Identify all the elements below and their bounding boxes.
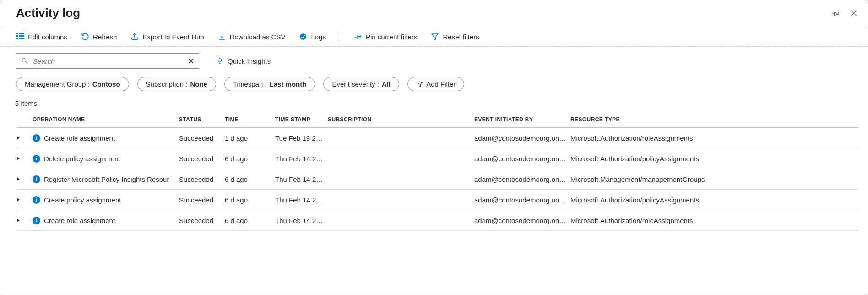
filter-value: Last month xyxy=(270,80,307,88)
info-icon: i xyxy=(33,196,40,204)
cell-operation: iCreate role assignment xyxy=(33,134,179,142)
clear-search-icon[interactable] xyxy=(188,58,194,64)
logs-icon xyxy=(299,33,307,41)
info-icon: i xyxy=(33,175,40,183)
cell-resource-type: Microsoft.Authorization/roleAssignments xyxy=(570,134,763,142)
svg-rect-6 xyxy=(19,35,24,37)
cell-timestamp: Thu Feb 14 2… xyxy=(275,155,328,163)
filter-value: All xyxy=(382,80,391,88)
cell-initiated-by: adam@contosodemoorg.on… xyxy=(474,134,570,142)
svg-rect-3 xyxy=(16,35,18,37)
page-title: Activity log xyxy=(16,6,80,20)
close-icon[interactable] xyxy=(849,9,858,18)
refresh-button[interactable]: Refresh xyxy=(81,33,117,41)
cell-initiated-by: adam@contosodemoorg.on… xyxy=(474,155,570,163)
col-timestamp[interactable]: Time stamp xyxy=(275,116,328,123)
search-row: Quick Insights xyxy=(0,47,868,71)
filter-subscription[interactable]: Subscription : None xyxy=(137,77,216,91)
info-icon: i xyxy=(33,155,40,163)
cell-status: Succeeded xyxy=(179,155,225,163)
divider xyxy=(340,32,340,42)
search-icon xyxy=(21,57,28,65)
table-row[interactable]: iDelete policy assignmentSucceeded6 d ag… xyxy=(16,148,858,169)
download-icon xyxy=(218,33,226,41)
expand-row-icon[interactable] xyxy=(16,156,33,161)
cell-operation: iRegister Microsoft Policy Insights Reso… xyxy=(33,175,179,183)
logs-button[interactable]: Logs xyxy=(299,33,326,41)
quick-insights-label: Quick Insights xyxy=(228,57,271,65)
header-actions xyxy=(831,9,858,18)
filter-severity[interactable]: Event severity : All xyxy=(323,77,399,91)
add-filter-button[interactable]: Add Filter xyxy=(407,77,464,91)
filter-management-group[interactable]: Management Group : Contoso xyxy=(16,77,129,91)
search-input[interactable] xyxy=(32,57,184,66)
toolbar-label: Export to Event Hub xyxy=(142,33,204,41)
pin-blade-icon[interactable] xyxy=(831,9,840,18)
table-row[interactable]: iCreate policy assignmentSucceeded6 d ag… xyxy=(16,190,858,210)
cell-resource-type: Microsoft.Authorization/roleAssignments xyxy=(570,217,763,224)
svg-marker-28 xyxy=(17,177,20,181)
cell-initiated-by: adam@contosodemoorg.on… xyxy=(474,196,570,204)
edit-columns-button[interactable]: Edit columns xyxy=(16,33,67,41)
filter-timespan[interactable]: Timespan : Last month xyxy=(224,77,315,91)
download-csv-button[interactable]: Download as CSV xyxy=(218,33,286,41)
svg-line-12 xyxy=(26,62,27,64)
col-operation[interactable]: Operation name xyxy=(33,116,179,123)
add-filter-label: Add Filter xyxy=(426,80,456,88)
refresh-icon xyxy=(81,33,89,41)
expand-row-icon[interactable] xyxy=(16,177,33,181)
cell-operation: iCreate policy assignment xyxy=(33,196,179,204)
filter-label: Timespan : xyxy=(233,80,267,88)
cell-time: 6 d ago xyxy=(225,217,275,224)
expand-row-icon[interactable] xyxy=(16,197,33,202)
table-header: Operation name Status Time Time stamp Su… xyxy=(16,110,858,128)
svg-line-21 xyxy=(217,58,217,58)
svg-marker-29 xyxy=(17,198,20,202)
cell-initiated-by: adam@contosodemoorg.on… xyxy=(474,217,570,224)
svg-rect-4 xyxy=(16,38,18,39)
pin-filters-button[interactable]: Pin current filters xyxy=(354,33,418,41)
toolbar-label: Logs xyxy=(311,33,326,41)
col-resource-type[interactable]: Resource type xyxy=(570,116,763,123)
search-box[interactable] xyxy=(16,53,199,69)
activity-table: Operation name Status Time Time stamp Su… xyxy=(0,110,868,231)
col-time[interactable]: Time xyxy=(225,116,275,123)
cell-time: 6 d ago xyxy=(225,155,275,163)
svg-marker-27 xyxy=(17,157,20,160)
svg-rect-5 xyxy=(19,33,24,34)
cell-resource-type: Microsoft.Authorization/policyAssignment… xyxy=(570,196,763,204)
filter-value: None xyxy=(190,80,207,88)
cell-timestamp: Thu Feb 14 2… xyxy=(275,175,328,183)
svg-rect-7 xyxy=(19,38,24,39)
toolbar-label: Reset filters xyxy=(443,33,479,41)
expand-row-icon[interactable] xyxy=(16,218,33,223)
filter-label: Management Group : xyxy=(25,80,90,88)
cell-operation: iCreate role assignment xyxy=(33,217,179,224)
cell-status: Succeeded xyxy=(179,196,225,204)
cell-resource-type: Microsoft.Management/managementGroups xyxy=(570,175,763,183)
table-row[interactable]: iCreate role assignmentSucceeded6 d agoT… xyxy=(16,210,858,231)
col-status[interactable]: Status xyxy=(179,116,225,123)
svg-point-15 xyxy=(218,59,222,62)
reset-filters-button[interactable]: Reset filters xyxy=(431,33,479,41)
quick-insights-button[interactable]: Quick Insights xyxy=(216,57,271,65)
table-row[interactable]: iCreate role assignmentSucceeded1 d agoT… xyxy=(16,128,858,148)
svg-marker-26 xyxy=(17,136,20,140)
col-subscription[interactable]: Subscription xyxy=(328,116,474,123)
svg-point-9 xyxy=(300,33,307,40)
operation-text: Delete policy assignment xyxy=(44,155,120,163)
cell-status: Succeeded xyxy=(179,134,225,142)
col-initiated-by[interactable]: Event initiated by xyxy=(474,116,570,123)
table-row[interactable]: iRegister Microsoft Policy Insights Reso… xyxy=(16,169,858,190)
svg-marker-30 xyxy=(17,219,20,222)
expand-row-icon[interactable] xyxy=(16,136,33,140)
info-icon: i xyxy=(33,134,40,142)
cell-time: 6 d ago xyxy=(225,175,275,183)
cell-resource-type: Microsoft.Authorization/policyAssignment… xyxy=(570,155,763,163)
filter-label: Event severity : xyxy=(332,80,379,88)
cell-timestamp: Thu Feb 14 2… xyxy=(275,217,328,224)
cell-timestamp: Tue Feb 19 2… xyxy=(275,134,328,142)
filter-row: Management Group : Contoso Subscription … xyxy=(0,71,868,92)
export-button[interactable]: Export to Event Hub xyxy=(130,33,204,41)
filter-icon xyxy=(431,33,439,41)
